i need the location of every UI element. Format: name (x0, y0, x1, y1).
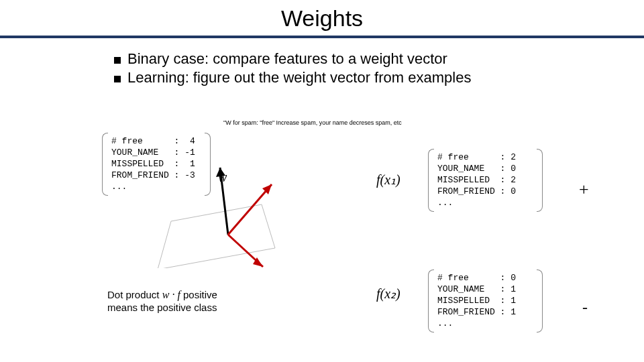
math-w-dot-f: w · f (162, 289, 180, 300)
dotprod-text-1: Dot product (107, 289, 162, 300)
svg-line-5 (228, 235, 263, 267)
bracket-left (428, 149, 434, 212)
dotprod-text-2: positive (180, 289, 217, 300)
class-plus-label: + (579, 180, 589, 200)
bracket-right (537, 269, 543, 333)
bullet-text: Binary case: compare features to a weigh… (127, 50, 447, 68)
bullet-list: Binary case: compare features to a weigh… (114, 50, 644, 86)
bracket-left (428, 269, 434, 333)
bracket-right (205, 133, 211, 196)
small-annotation: "W for spam: "free" Increase spam, your … (223, 119, 402, 126)
bracket-left (102, 133, 108, 196)
fx1-vector: # free : 2 YOUR_NAME : 0 MISSPELLED : 2 … (437, 152, 516, 208)
title-rule (0, 36, 644, 38)
dotprod-text-3: means the positive class (107, 302, 217, 313)
svg-marker-0 (158, 204, 275, 268)
math-fx2: f(x₂) (376, 286, 400, 302)
class-minus-label: - (582, 298, 588, 316)
svg-marker-4 (262, 184, 272, 194)
bullet-marker (114, 57, 121, 64)
svg-marker-6 (253, 257, 263, 267)
slide: Weights Binary case: compare features to… (0, 0, 644, 362)
bullet-item: Binary case: compare features to a weigh… (114, 50, 644, 68)
bullet-item: Learning: figure out the weight vector f… (114, 69, 644, 86)
bullet-text: Learning: figure out the weight vector f… (127, 69, 471, 86)
dot-product-note: Dot product w · f positive means the pos… (107, 288, 248, 314)
svg-line-3 (228, 184, 272, 235)
math-w: w (218, 170, 227, 185)
bracket-right (537, 149, 543, 212)
fx2-vector: # free : 0 YOUR_NAME : 1 MISSPELLED : 1 … (437, 272, 516, 329)
math-fx1: f(x₁) (376, 172, 400, 188)
slide-title: Weights (0, 0, 644, 36)
bullet-marker (114, 76, 121, 82)
weight-vector: # free : 4 YOUR_NAME : -1 MISSPELLED : 1… (111, 135, 195, 192)
